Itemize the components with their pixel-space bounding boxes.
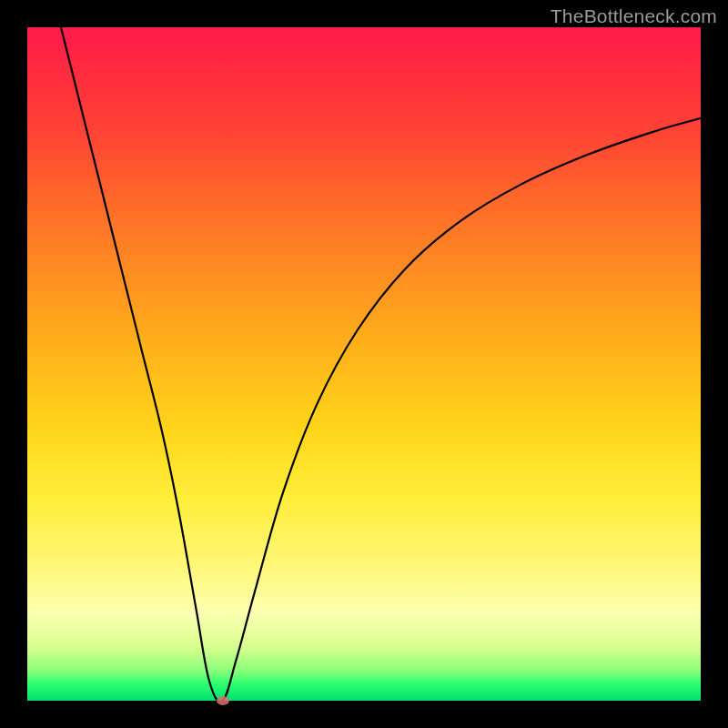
chart-frame: TheBottleneck.com	[0, 0, 728, 728]
bottleneck-curve	[61, 27, 701, 701]
curve-svg	[27, 27, 701, 701]
plot-area	[27, 27, 701, 701]
watermark-text: TheBottleneck.com	[551, 5, 717, 27]
min-point-marker	[217, 696, 229, 705]
